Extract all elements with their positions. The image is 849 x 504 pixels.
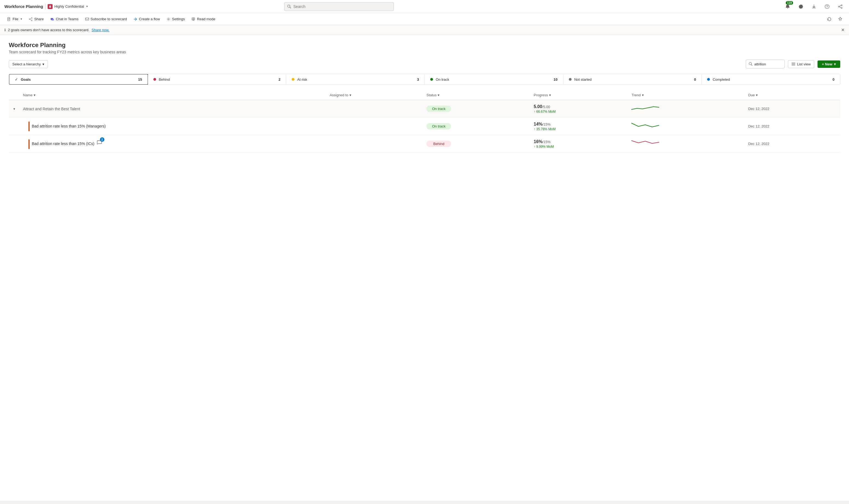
hierarchy-label: Select a hierarchy [12,62,41,66]
global-search-input[interactable] [293,4,391,9]
help-icon-button[interactable] [823,2,831,11]
title-bar-right: 119 [783,2,845,11]
svg-point-15 [749,62,751,65]
refresh-button[interactable] [825,15,834,23]
main-content: Workforce Planning Team scorecard for tr… [0,35,849,501]
th-due: Due ▾ [745,90,840,100]
comment-badge[interactable]: 2 [96,139,103,146]
stat-item-on-track[interactable]: On track 10 [425,75,564,84]
svg-point-4 [841,5,842,6]
book-icon [191,17,195,21]
goals-search-bar [746,60,785,68]
assigned-to-sort[interactable]: Assigned to ▾ [330,93,351,97]
stat-dot-on-track [430,78,433,81]
trend-sort[interactable]: Trend ▾ [631,93,644,97]
confidential-badge: Highly Confidential ▾ [48,4,88,9]
confidential-chevron[interactable]: ▾ [86,5,88,8]
app-title: Workforce Planning [4,4,43,9]
goals-search-icon [749,62,752,66]
settings-button[interactable]: Settings [164,15,188,23]
due-sort[interactable]: Due ▾ [748,93,758,97]
file-button[interactable]: File ▾ [4,15,25,23]
stat-item-at-risk[interactable]: At risk 3 [286,75,425,84]
new-label: + New [822,62,832,66]
stat-dot-behind [153,78,156,81]
file-chevron: ▾ [20,17,22,21]
scorecard-header: Workforce Planning Team scorecard for tr… [9,41,840,54]
goal-name[interactable]: Attract and Retain the Best Talent [23,107,80,111]
comment-count: 2 [100,137,104,142]
share-button[interactable]: Share [26,15,47,23]
name-cell: Bad attrition rate less than 15% (ICs) 2 [20,135,327,153]
refresh-icon [827,17,831,21]
progress-sort[interactable]: Progress ▾ [534,93,551,97]
create-flow-button[interactable]: Create a flow [131,15,163,23]
progress-mom: ↑ 9.99% MoM [534,145,625,148]
share-now-link[interactable]: Share now. [91,28,109,32]
share-link-button[interactable] [836,2,845,11]
info-close-button[interactable]: ✕ [841,28,845,33]
stat-dot-at-risk [292,78,294,81]
th-progress: Progress ▾ [531,90,628,100]
settings-icon-button[interactable] [796,2,805,11]
gear-icon [798,4,803,9]
status-sort[interactable]: Status ▾ [427,93,439,97]
star-icon [838,17,843,21]
create-flow-label: Create a flow [139,17,160,21]
expand-button[interactable]: ▾ [12,106,16,111]
list-view-button[interactable]: List view [788,60,814,68]
name-sort[interactable]: Name ▾ [23,93,36,97]
subscribe-button[interactable]: Subscribe to scorecard [83,15,130,23]
due-cell: Dec 12, 2022 [745,100,840,118]
trend-sparkline [631,121,659,131]
goal-name[interactable]: Bad attrition rate less than 15% (Manage… [32,124,106,128]
info-icon: ℹ [4,28,6,32]
chat-teams-label: Chat in Teams [56,17,79,21]
table-header-row: Name ▾ Assigned to ▾ Status ▾ [9,90,840,100]
stat-count: 15 [138,77,142,82]
confidential-label: Highly Confidential [54,4,84,8]
stat-item-completed[interactable]: Completed 0 [701,75,840,84]
progress-cell: 5.00/5.00 ↑ 66.67% MoM [531,100,628,118]
settings-icon [167,17,170,21]
status-cell: On track [423,100,531,118]
controls-row: Select a hierarchy ▾ List view + New ▾ [9,60,840,68]
svg-rect-12 [51,19,54,20]
stat-item-behind[interactable]: Behind 2 [148,75,287,84]
progress-value: 16% [534,139,542,144]
hierarchy-chevron: ▾ [42,62,45,66]
svg-point-14 [168,19,169,20]
new-button[interactable]: + New ▾ [817,60,840,68]
subscribe-icon [85,17,89,21]
name-cell: Attract and Retain the Best Talent [20,100,327,118]
svg-line-16 [751,65,752,66]
progress-cell: 14%/15% ↑ 35.78% MoM [531,118,628,135]
stat-count: 0 [694,77,696,82]
favorite-button[interactable] [836,15,845,23]
th-trend: Trend ▾ [628,90,745,100]
th-status: Status ▾ [423,90,531,100]
list-view-icon [792,62,795,66]
read-mode-button[interactable]: Read mode [189,15,218,23]
search-icon [287,5,291,8]
hierarchy-button[interactable]: Select a hierarchy ▾ [9,60,48,68]
svg-point-5 [838,6,839,7]
goal-name[interactable]: Bad attrition rate less than 15% (ICs) [32,142,94,146]
stat-count: 2 [279,77,280,82]
title-bar-left: Workforce Planning Highly Confidential ▾ [4,4,88,9]
progress-target: /15% [542,122,551,126]
goals-search-input[interactable] [754,62,782,66]
trend-cell [628,100,745,118]
expand-cell: ▾ [9,100,20,118]
share-link-icon [838,4,843,9]
settings-label: Settings [172,17,185,21]
notifications-button[interactable]: 119 [783,2,792,11]
expand-cell [9,135,20,153]
assigned-to-cell [327,135,423,153]
chat-teams-button[interactable]: Chat in Teams [48,15,81,23]
orange-bar [29,139,30,149]
download-icon-button[interactable] [810,2,818,11]
table-row: Bad attrition rate less than 15% (Manage… [9,118,840,135]
stat-item-goals[interactable]: ✓ Goals 15 [9,74,148,85]
stat-item-not-started[interactable]: Not started 0 [564,75,702,84]
